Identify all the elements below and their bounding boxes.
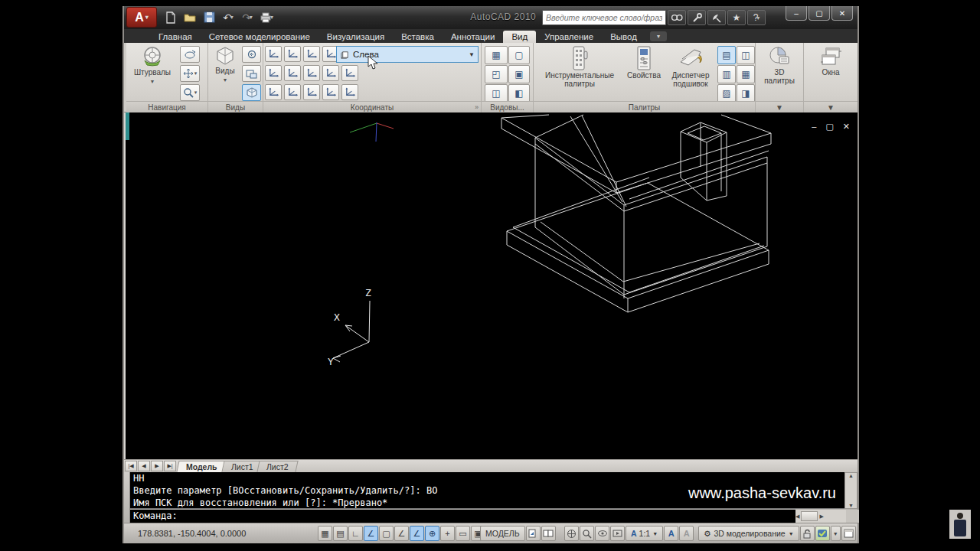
restore-button[interactable]: ▢: [808, 6, 830, 21]
annotation-scale-caret-icon[interactable]: ▼: [652, 531, 658, 536]
view-dropdown-caret-icon[interactable]: ▼: [469, 51, 475, 58]
infocenter-search-input[interactable]: [542, 10, 666, 25]
3d-object-snap-toggle[interactable]: ∠: [394, 526, 409, 541]
previous-view-button[interactable]: [242, 46, 261, 63]
viewport-tool-2[interactable]: ▢: [508, 46, 530, 64]
view-dropdown[interactable]: Слева ▼: [336, 46, 479, 63]
tool-palettes-button[interactable]: Инструментальныепалитры: [541, 45, 618, 88]
drawing-viewport[interactable]: – ▢ ✕ Z X Y: [126, 112, 858, 459]
clean-screen-button[interactable]: [841, 526, 856, 541]
ucs-world-button[interactable]: [303, 46, 320, 62]
panel-label-coordinates[interactable]: Координаты»: [263, 101, 481, 112]
panel-label-viewports[interactable]: Видовы...: [482, 101, 533, 112]
ucs-named-button[interactable]: [284, 46, 301, 62]
application-menu-button[interactable]: A▾: [126, 7, 157, 28]
status-zoom-icon[interactable]: [580, 526, 594, 541]
orbit-button[interactable]: [180, 46, 200, 63]
sheet-set-manager-button[interactable]: Диспетчерподшивок: [667, 45, 714, 88]
help-caret-icon[interactable]: ▾: [756, 15, 760, 21]
ucs-face-button[interactable]: [303, 84, 320, 100]
viewport-tool-6[interactable]: ◧: [508, 84, 530, 103]
redo-caret-icon[interactable]: ▾: [250, 14, 253, 21]
panel-label-navigation[interactable]: Навигация: [126, 101, 207, 112]
dynamic-input-toggle[interactable]: +: [440, 526, 455, 541]
annotation-autoscale-button[interactable]: A: [679, 526, 694, 541]
status-orbit-icon[interactable]: [595, 526, 609, 541]
dynamic-ucs-toggle[interactable]: ⊕: [425, 526, 439, 541]
close-button[interactable]: ✕: [831, 6, 853, 21]
pan-button[interactable]: ▾: [180, 65, 200, 82]
open-file-button[interactable]: [181, 9, 198, 25]
panel-label-views[interactable]: Виды: [208, 101, 263, 112]
ribbon-tab-6[interactable]: Вид: [503, 31, 536, 43]
performance-tuner-button[interactable]: [815, 526, 830, 541]
quick-view-layouts-button[interactable]: [526, 526, 541, 541]
palette-tool-4[interactable]: ▦: [737, 65, 755, 83]
ribbon-tab-1[interactable]: Главная: [150, 31, 201, 43]
windows-button[interactable]: Окна: [810, 45, 851, 77]
layout-tab-3[interactable]: Лист2: [257, 461, 299, 472]
scroll-right-icon[interactable]: ▶: [819, 514, 823, 520]
redo-button[interactable]: ↷▾: [239, 9, 256, 25]
viewport-tool-3[interactable]: ◰: [485, 65, 508, 83]
ucs-previous-button[interactable]: [341, 65, 358, 81]
ucs-button[interactable]: [265, 46, 282, 62]
palette-tool-2[interactable]: ◫: [737, 46, 755, 64]
ribbon-tab-5[interactable]: Аннотации: [443, 31, 503, 43]
panel-label-windows[interactable]: ▼: [804, 101, 858, 112]
minimize-button[interactable]: –: [786, 6, 807, 21]
ribbon-tab-3[interactable]: Визуализация: [318, 31, 393, 43]
workspace-switcher[interactable]: ⚙ 3D моделирование ▼: [698, 526, 799, 541]
ucs-rotate-z-button[interactable]: [303, 65, 320, 81]
model-space-button[interactable]: МОДЕЛЬ: [480, 526, 525, 541]
palette-tool-5[interactable]: ▨: [717, 84, 736, 103]
palette-tool-1[interactable]: ▤: [717, 46, 736, 64]
undo-button[interactable]: ↶▾: [220, 9, 237, 25]
grid-toggle[interactable]: ▤: [333, 526, 348, 541]
ribbon-minimize-icon[interactable]: ▾: [650, 31, 667, 41]
layout-nav-1[interactable]: |◀: [125, 461, 137, 471]
show-motion-icon[interactable]: [610, 526, 625, 541]
ucs-3point-button[interactable]: [322, 84, 339, 100]
scroll-down-icon[interactable]: ▼: [848, 503, 854, 508]
palette-tool-3[interactable]: ▥: [717, 65, 736, 83]
ribbon-tab-2[interactable]: Сетевое моделирование: [201, 31, 318, 43]
save-button[interactable]: [201, 9, 217, 25]
restore-viewport-button[interactable]: [242, 65, 261, 82]
layout-tab-1[interactable]: Модель: [176, 461, 227, 472]
new-file-button[interactable]: [162, 9, 179, 25]
object-snap-toggle[interactable]: ▢: [379, 526, 394, 541]
views-button[interactable]: Виды▼: [210, 45, 240, 84]
command-input-line[interactable]: Команда:: [130, 510, 795, 523]
help-icon[interactable]: ?▾: [747, 10, 766, 25]
coordinate-readout[interactable]: 178.8381, -150.4004, 0.0000: [138, 529, 246, 538]
ucs-restore-button[interactable]: [341, 84, 358, 100]
doc-close-icon[interactable]: ✕: [843, 122, 850, 132]
status-menu-caret-icon[interactable]: ▼: [831, 526, 841, 541]
ucs-object-button[interactable]: [284, 84, 301, 100]
object-snap-tracking-toggle[interactable]: ∠: [410, 526, 424, 541]
3d-palettes-button[interactable]: 3Dпалитры: [759, 45, 800, 85]
ortho-toggle[interactable]: ∟: [348, 526, 363, 541]
quick-view-drawings-button[interactable]: [541, 526, 556, 541]
zoom-button[interactable]: ▾: [180, 84, 200, 101]
status-steering-wheel-icon[interactable]: [564, 526, 579, 541]
layout-nav-2[interactable]: ◀: [138, 461, 150, 471]
viewport-tool-1[interactable]: ▦: [485, 46, 508, 64]
ucs-origin-button[interactable]: [265, 84, 282, 100]
panel-expand-icon[interactable]: »: [475, 103, 479, 111]
scrollbar-thumb[interactable]: [801, 511, 818, 521]
subscription-wrench-icon[interactable]: [688, 10, 706, 25]
lock-button[interactable]: [800, 526, 815, 541]
annotation-scale-control[interactable]: А 1:1 ▼: [626, 526, 663, 541]
ribbon-tab-8[interactable]: Вывод: [602, 31, 645, 43]
view-cube-button[interactable]: [242, 84, 261, 101]
ucs-rotate-y-button[interactable]: [284, 65, 301, 81]
doc-minimize-icon[interactable]: –: [812, 122, 816, 132]
undo-caret-icon[interactable]: ▾: [230, 14, 234, 21]
panel-label-3d-palettes[interactable]: ▼: [756, 101, 803, 112]
command-vertical-scrollbar[interactable]: ▲ ▼: [844, 472, 858, 509]
viewport-tool-5[interactable]: ◫: [485, 84, 508, 103]
steering-wheels-button[interactable]: Штурвалы▼: [129, 45, 175, 86]
polar-tracking-toggle[interactable]: ∠: [364, 526, 378, 541]
